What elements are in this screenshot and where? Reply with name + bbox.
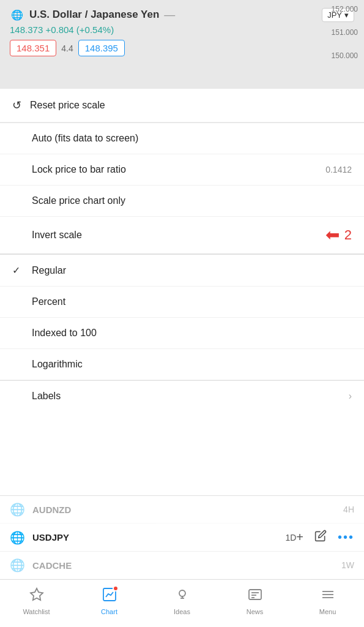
ticker-bar: 🌐 AUDNZD 4H 🌐 USDJPY 1D + ••• 🌐 CADCHE 1… — [0, 495, 364, 579]
currency-flag: 🌐 — [10, 7, 24, 22]
invert-scale-label: Invert scale — [32, 230, 325, 241]
labels-label: Labels — [32, 391, 344, 402]
news-icon — [248, 587, 262, 606]
lock-price-value: 0.1412 — [325, 165, 352, 175]
scale-price-label: Scale price chart only — [32, 195, 352, 206]
svg-rect-5 — [249, 590, 261, 599]
scale-price-item[interactable]: Scale price chart only — [0, 186, 364, 217]
ticker-flag-cadche: 🌐 — [10, 558, 25, 573]
auto-fit-item[interactable]: Auto (fits data to screen) — [0, 123, 364, 154]
add-button[interactable]: + — [296, 530, 303, 544]
percent-item[interactable]: Percent — [0, 287, 364, 318]
watchlist-icon — [29, 587, 44, 606]
nav-item-watchlist[interactable]: Watchlist — [0, 587, 73, 615]
menu-overlay: ↺ Reset price scale Auto (fits data to s… — [0, 89, 364, 547]
ticker-flag-usdjpy: 🌐 — [10, 530, 25, 545]
nav-item-news[interactable]: News — [218, 587, 291, 615]
svg-marker-0 — [31, 588, 43, 600]
indexed-label: Indexed to 100 — [32, 328, 352, 339]
annotation-number: 2 — [344, 227, 352, 243]
scale-label-3: 150.000 — [332, 51, 358, 60]
lock-price-label: Lock price to bar ratio — [32, 164, 325, 175]
ticker-row-usdjpy[interactable]: 🌐 USDJPY 1D + ••• — [0, 524, 364, 552]
minus-icon: — — [164, 9, 175, 21]
price-input-left[interactable]: 148.351 — [10, 40, 56, 56]
reset-price-scale-label: Reset price scale — [30, 100, 352, 111]
auto-fit-label: Auto (fits data to screen) — [32, 133, 352, 144]
scale-label-2: 151.000 — [332, 28, 358, 37]
nav-item-chart[interactable]: Chart — [73, 587, 146, 615]
bottom-nav: Watchlist Chart Ideas — [0, 579, 364, 627]
ticker-timeframe-usdjpy: 1D — [285, 533, 296, 543]
indexed-item[interactable]: Indexed to 100 — [0, 318, 364, 349]
ticker-symbol-audnzd: AUDNZD — [32, 505, 333, 515]
logarithmic-item[interactable]: Logarithmic — [0, 349, 364, 380]
price-separator: 4.4 — [61, 43, 73, 53]
regular-item[interactable]: ✓ Regular — [0, 255, 364, 287]
nav-item-menu[interactable]: Menu — [291, 587, 364, 615]
chart-header: 🌐 U.S. Dollar / Japanese Yen — JPY ▾ 148… — [0, 0, 364, 89]
labels-item[interactable]: Labels › — [0, 381, 364, 411]
red-arrow-icon: ⬅ — [325, 227, 340, 244]
chevron-right-icon: › — [349, 391, 352, 402]
ticker-symbol-cadche: CADCHE — [32, 560, 332, 571]
percent-label: Percent — [32, 296, 352, 307]
price-input-right[interactable]: 148.395 — [78, 40, 125, 56]
ticker-symbol-usdjpy: USDJPY — [32, 532, 275, 543]
reset-icon: ↺ — [12, 99, 21, 112]
price-main: 148.373 +0.804 (+0.54%) — [10, 24, 114, 35]
scale-labels: 152.000 151.000 150.000 — [332, 5, 358, 60]
watchlist-label: Watchlist — [23, 608, 50, 615]
menu-label: Menu — [319, 608, 336, 615]
news-label: News — [247, 608, 264, 615]
chart-label: Chart — [101, 608, 117, 615]
reset-price-scale-item[interactable]: ↺ Reset price scale — [0, 89, 364, 122]
nav-item-ideas[interactable]: Ideas — [146, 587, 218, 615]
chart-icon-wrapper — [102, 587, 117, 606]
ticker-row-audnzd[interactable]: 🌐 AUDNZD 4H — [0, 496, 364, 524]
ideas-icon — [175, 587, 190, 606]
lock-price-item[interactable]: Lock price to bar ratio 0.1412 — [0, 154, 364, 186]
logarithmic-label: Logarithmic — [32, 359, 352, 370]
chart-icon — [102, 590, 117, 605]
scale-label-1: 152.000 — [332, 5, 358, 13]
notification-dot — [113, 585, 119, 591]
chart-title: U.S. Dollar / Japanese Yen — [29, 9, 159, 21]
menu-icon — [321, 587, 335, 606]
more-button[interactable]: ••• — [338, 530, 354, 544]
checkmark-regular: ✓ — [12, 265, 23, 276]
invert-annotation: ⬅ 2 — [325, 227, 352, 244]
invert-scale-item[interactable]: Invert scale ⬅ 2 — [0, 217, 364, 254]
ideas-label: Ideas — [174, 608, 190, 615]
ticker-row-cadche[interactable]: 🌐 CADCHE 1W — [0, 552, 364, 579]
edit-button[interactable] — [314, 530, 327, 545]
ticker-timeframe-audnzd: 4H — [343, 505, 354, 514]
ticker-flag-audnzd: 🌐 — [10, 502, 25, 517]
ticker-timeframe-cadche: 1W — [341, 560, 354, 570]
svg-point-2 — [179, 590, 185, 596]
ticker-actions: + ••• — [296, 530, 354, 545]
regular-label: Regular — [32, 265, 352, 276]
